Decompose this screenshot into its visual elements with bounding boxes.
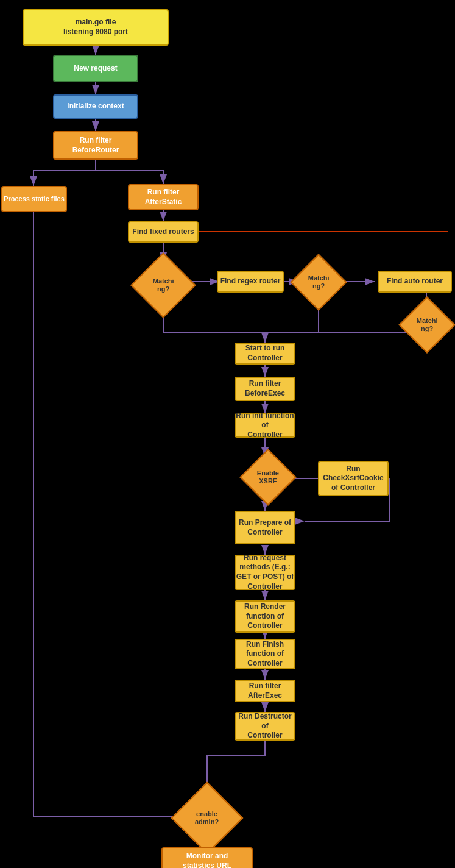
run-filter-beforeexec-label: Run filter BeforeExec — [245, 379, 285, 398]
run-request-methods-label: Run request methods (E.g.: GET or POST) … — [236, 553, 294, 591]
node-run-request-methods: Run request methods (E.g.: GET or POST) … — [235, 555, 295, 590]
node-matching1: Matchi ng? — [130, 252, 196, 318]
node-run-filter-afterexec: Run filter AfterExec — [235, 680, 295, 702]
node-init-context: initialize context — [53, 94, 138, 119]
node-find-fixed-routers: Find fixed routers — [128, 221, 199, 243]
node-run-finish: Run Finish function of Controller — [235, 639, 295, 669]
monitor-stats-label: Monitor and statistics URL — [183, 852, 231, 868]
node-run-render: Run Render function of Controller — [235, 600, 295, 633]
node-matching2: Matchi ng? — [290, 254, 347, 310]
run-prepare-label: Run Prepare of Controller — [239, 518, 291, 537]
node-find-auto-router: Find auto router — [378, 271, 452, 293]
node-run-prepare: Run Prepare of Controller — [235, 511, 295, 544]
node-matching3: Matchi ng? — [398, 296, 455, 353]
matching1-label: Matchi ng? — [153, 277, 174, 293]
run-checkxsrf-label: Run CheckXsrfCookie of Controller — [323, 464, 383, 493]
find-auto-router-label: Find auto router — [387, 277, 443, 286]
node-run-filter-beforeexec: Run filter BeforeExec — [235, 377, 295, 401]
node-find-regex-router: Find regex router — [217, 271, 284, 293]
matching3-label: Matchi ng? — [417, 317, 438, 333]
node-run-init-controller: Run init function of Controller — [235, 413, 295, 438]
run-filter-afterstatic-label: Run filter AfterStatic — [145, 188, 182, 207]
flowchart: main.go file listening 8080 port New req… — [0, 0, 455, 868]
node-process-static: Process static files — [1, 186, 67, 212]
run-finish-label: Run Finish function of Controller — [246, 640, 284, 669]
run-destructor-label: Run Destructor of Controller — [236, 712, 294, 741]
node-run-destructor: Run Destructor of Controller — [235, 712, 295, 741]
enable-xsrf-label: Enable XSRF — [257, 469, 279, 485]
run-filter-afterexec-label: Run filter AfterExec — [248, 681, 282, 700]
main-go-label: main.go file listening 8080 port — [63, 18, 128, 37]
arrows-svg — [0, 0, 455, 868]
find-regex-router-label: Find regex router — [220, 277, 281, 286]
run-filter-beforerouter-label: Run filter BeforeRouter — [72, 136, 119, 155]
start-controller-label: Start to run Controller — [245, 344, 285, 363]
new-request-label: New request — [74, 64, 117, 74]
node-enable-xsrf: Enable XSRF — [239, 449, 296, 505]
node-run-filter-afterstatic: Run filter AfterStatic — [128, 184, 199, 210]
matching2-label: Matchi ng? — [308, 274, 330, 290]
init-context-label: initialize context — [67, 102, 124, 112]
run-render-label: Run Render function of Controller — [244, 602, 286, 631]
node-enable-admin: enable admin? — [171, 782, 244, 855]
node-new-request: New request — [53, 55, 138, 82]
node-run-filter-beforerouter: Run filter BeforeRouter — [53, 131, 138, 160]
find-fixed-routers-label: Find fixed routers — [132, 227, 194, 237]
node-run-checkxsrf: Run CheckXsrfCookie of Controller — [318, 461, 389, 496]
node-main-go: main.go file listening 8080 port — [23, 9, 169, 46]
node-start-controller: Start to run Controller — [235, 343, 295, 365]
enable-admin-label: enable admin? — [195, 810, 219, 826]
run-init-controller-label: Run init function of Controller — [236, 411, 294, 440]
process-static-label: Process static files — [4, 194, 65, 203]
node-monitor-stats: Monitor and statistics URL — [161, 847, 253, 868]
